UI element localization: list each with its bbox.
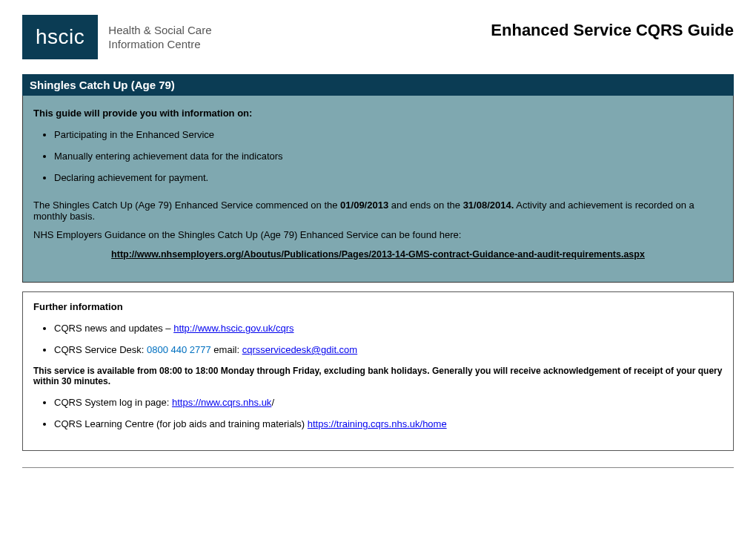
footer-rule <box>22 467 734 468</box>
further-item-servicedesk: CQRS Service Desk: 0800 440 2777 email: … <box>54 344 723 355</box>
intro-para2: NHS Employers Guidance on the Shingles C… <box>33 229 723 240</box>
further-lead: Further information <box>33 301 723 312</box>
further-item2-email-label: email: <box>211 344 242 355</box>
logo-block: hscic Health & Social Care Information C… <box>22 15 212 59</box>
cqrs-login-link[interactable]: https://nww.cqrs.nhs.uk <box>172 397 271 408</box>
intro-link[interactable]: http://www.nhsemployers.org/Aboutus/Publ… <box>33 249 723 260</box>
further-list-bottom: CQRS System log in page: https://nww.cqr… <box>54 397 723 429</box>
section-title-bar: Shingles Catch Up (Age 79) <box>22 74 734 96</box>
cqrs-learning-link[interactable]: https://training.cqrs.nhs.uk/home <box>308 418 447 429</box>
logo-line1: Health & Social Care <box>108 23 211 38</box>
further-list-top: CQRS news and updates – http://www.hscic… <box>54 323 723 355</box>
intro-bullets: Participating in the Enhanced Service Ma… <box>54 129 723 183</box>
logo-box: hscic <box>22 15 98 59</box>
header: hscic Health & Social Care Information C… <box>22 15 734 59</box>
intro-para1-pre: The Shingles Catch Up (Age 79) Enhanced … <box>33 200 340 211</box>
intro-date1: 01/09/2013 <box>340 200 388 211</box>
further-item-news: CQRS news and updates – http://www.hscic… <box>54 323 723 334</box>
service-desk-phone: 0800 440 2777 <box>147 344 211 355</box>
further-item-learning: CQRS Learning Centre (for job aids and t… <box>54 418 723 429</box>
logo-line2: Information Centre <box>108 37 211 52</box>
intro-lead: This guide will provide you with informa… <box>33 108 723 119</box>
service-desk-email-link[interactable]: cqrsservicedesk@gdit.com <box>242 344 358 355</box>
availability-note: This service is available from 08:00 to … <box>33 366 723 386</box>
further-item1-prefix: CQRS news and updates – <box>54 323 173 334</box>
further-item2-prefix: CQRS Service Desk: <box>54 344 147 355</box>
intro-box: This guide will provide you with informa… <box>22 96 734 283</box>
logo-text: Health & Social Care Information Centre <box>108 23 211 52</box>
intro-bullet: Participating in the Enhanced Service <box>54 129 723 140</box>
further-item3-prefix: CQRS System log in page: <box>54 397 172 408</box>
intro-bullet: Manually entering achievement data for t… <box>54 151 723 162</box>
further-item3-suffix: / <box>271 397 274 408</box>
further-box: Further information CQRS news and update… <box>22 291 734 451</box>
intro-bullet: Declaring achievement for payment. <box>54 172 723 183</box>
intro-para1: The Shingles Catch Up (Age 79) Enhanced … <box>33 200 723 222</box>
further-item-login: CQRS System log in page: https://nww.cqr… <box>54 397 723 408</box>
page-title: Enhanced Service CQRS Guide <box>491 21 734 40</box>
intro-para1-mid: and ends on the <box>388 200 462 211</box>
further-item4-prefix: CQRS Learning Centre (for job aids and t… <box>54 418 308 429</box>
cqrs-news-link[interactable]: http://www.hscic.gov.uk/cqrs <box>173 323 294 334</box>
intro-date2: 31/08/2014. <box>463 200 514 211</box>
